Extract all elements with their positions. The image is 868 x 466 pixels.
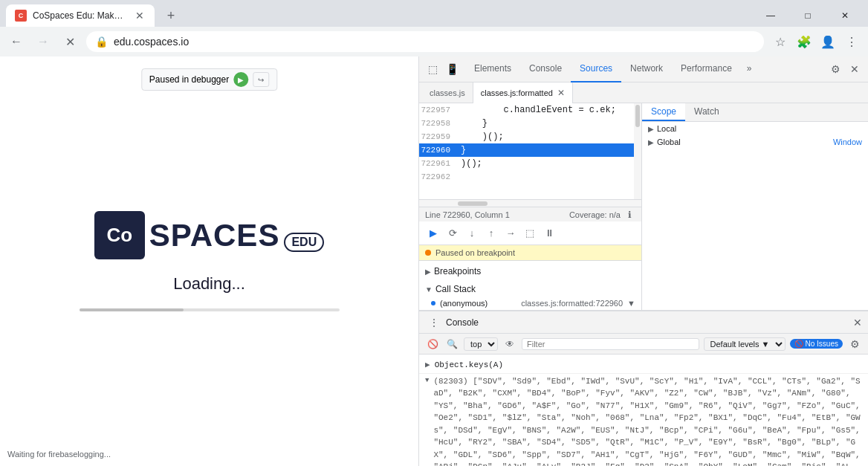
debugger-step-out-button[interactable]: ↑ xyxy=(483,225,499,242)
cospaces-logo: Co SPACES EDU xyxy=(94,211,324,259)
coverage-text: Coverage: n/a xyxy=(569,210,621,219)
horizontal-scrollbar[interactable] xyxy=(419,199,641,207)
menu-button[interactable]: ⋮ xyxy=(841,31,862,52)
tab-performance[interactable]: Performance xyxy=(672,56,741,82)
console-levels-select[interactable]: Default levels ▼ xyxy=(704,337,786,351)
source-tab-formatted-label: classes.js:formatted xyxy=(481,88,553,97)
code-line-722959: 722959 )(); xyxy=(419,130,634,143)
no-issues-text: No Issues xyxy=(806,340,838,348)
console-output[interactable]: ▶ Object.keys(A) ▼ (82303) ["SDV", "Sd9"… xyxy=(419,355,868,466)
co-icon-box: Co xyxy=(94,211,145,259)
debugger-bar: ▶ ⟳ ↓ ↑ → ⬚ ⏸ xyxy=(419,221,641,245)
paused-dot xyxy=(425,250,431,256)
profile-button[interactable]: 👤 xyxy=(817,31,838,52)
debugger-step-into-button[interactable]: ↓ xyxy=(464,225,480,242)
console-line-2: ▼ (82303) ["SDV", "Sd9", "Ebd", "IWd", "… xyxy=(419,374,868,467)
breakpoints-arrow: ▶ xyxy=(425,268,431,276)
device-toolbar-button[interactable]: 📱 xyxy=(443,60,461,78)
cursor-position: Line 722960, Column 1 xyxy=(425,210,510,219)
devtools-tabs: Elements Console Sources Network Perform… xyxy=(465,56,822,82)
scope-watch-tabs: Scope Watch xyxy=(642,103,868,122)
debugger-pause-exceptions-button[interactable]: ⏸ xyxy=(541,225,557,242)
extensions-button[interactable]: 🧩 xyxy=(794,31,814,52)
breakpoints-header[interactable]: ▶ Breakpoints xyxy=(419,264,641,279)
line-number-722960: 722960 xyxy=(419,143,456,157)
source-tab-classes-js-label: classes.js xyxy=(430,88,465,97)
code-scrollbar[interactable] xyxy=(634,103,641,199)
console-eye-button[interactable]: 👁 xyxy=(502,337,517,352)
console-filter-input[interactable] xyxy=(522,338,699,350)
scope-item-local[interactable]: ▶ Local xyxy=(642,122,868,135)
tab-watch[interactable]: Watch xyxy=(685,103,728,121)
call-stack-arrow: ▼ xyxy=(425,285,433,294)
debugger-step-over-button[interactable]: ⟳ xyxy=(444,225,461,242)
source-tab-formatted-close[interactable]: ✕ xyxy=(557,88,565,98)
devtools-close-button[interactable]: ✕ xyxy=(846,60,864,78)
console-close-button[interactable]: ✕ xyxy=(853,317,862,329)
h-scrollbar-thumb xyxy=(458,201,488,206)
back-button[interactable]: ← xyxy=(6,31,27,52)
loading-bar-container xyxy=(80,308,340,311)
no-issues-badge: 🚫 No Issues xyxy=(790,339,843,349)
page-area: Paused in debugger ▶ ↪ Co SPACES EDU Loa… xyxy=(0,56,418,466)
loading-bar xyxy=(80,308,184,311)
browser-chrome: C CoSpaces Edu: Make AR & V... ✕ + — □ ✕… xyxy=(0,0,868,56)
code-viewport: 722957 c.handleEvent = c.ek; 722958 } xyxy=(419,103,641,199)
console-header: ⋮ Console ✕ xyxy=(419,311,868,334)
resume-button[interactable]: ▶ xyxy=(233,72,248,87)
paused-notice: Paused on breakpoint xyxy=(419,245,641,261)
devtools-settings-button[interactable]: ⚙ xyxy=(826,60,844,78)
scope-item-global[interactable]: ▶ Global Window xyxy=(642,135,868,149)
inspect-element-button[interactable]: ⬚ xyxy=(424,60,441,78)
tab-sources[interactable]: Sources xyxy=(571,56,621,82)
scope-content: ▶ Local ▶ Global Window xyxy=(642,122,868,149)
logo-container: Co SPACES EDU Loading... xyxy=(80,211,340,311)
bookmark-button[interactable]: ☆ xyxy=(770,31,791,52)
coverage-info-button[interactable]: ℹ xyxy=(624,209,635,221)
source-tab-classes-js-formatted[interactable]: classes.js:formatted ✕ xyxy=(473,82,573,103)
address-input[interactable]: 🔒 edu.cospaces.io xyxy=(86,31,764,52)
tab-network[interactable]: Network xyxy=(621,56,672,82)
devtools-header: ⬚ 📱 Elements Console Sources Network Per… xyxy=(419,56,868,82)
code-content: 722957 c.handleEvent = c.ek; 722958 } xyxy=(419,103,634,184)
console-clear-button[interactable]: 🚫 xyxy=(425,337,440,352)
console-options-button[interactable]: ⋮ xyxy=(425,314,443,331)
call-stack-item-anonymous[interactable]: (anonymous) classes.js:formatted:722960 … xyxy=(419,297,641,310)
active-tab[interactable]: C CoSpaces Edu: Make AR & V... ✕ xyxy=(6,4,155,27)
minimize-button[interactable]: — xyxy=(754,4,788,27)
spaces-text: SPACES xyxy=(149,218,280,253)
console-line-2-expand[interactable]: ▼ xyxy=(425,377,429,384)
debugger-resume-button[interactable]: ▶ xyxy=(425,225,441,242)
forward-button[interactable]: → xyxy=(33,31,54,52)
tab-elements[interactable]: Elements xyxy=(465,56,520,82)
close-button[interactable]: ✕ xyxy=(828,4,862,27)
step-button[interactable]: ↪ xyxy=(253,72,269,87)
console-settings-button[interactable]: ⚙ xyxy=(847,337,862,352)
reload-button[interactable]: ✕ xyxy=(59,31,80,52)
breakpoints-label: Breakpoints xyxy=(434,266,481,276)
call-stack-header[interactable]: ▼ Call Stack xyxy=(419,282,641,297)
tab-close-button[interactable]: ✕ xyxy=(134,10,146,22)
local-arrow: ▶ xyxy=(648,125,654,133)
tab-scope[interactable]: Scope xyxy=(642,103,685,121)
source-tab-classes-js[interactable]: classes.js xyxy=(422,82,473,103)
address-bar: ← → ✕ 🔒 edu.cospaces.io ☆ 🧩 👤 ⋮ xyxy=(0,27,868,56)
main-area: Paused in debugger ▶ ↪ Co SPACES EDU Loa… xyxy=(0,56,868,466)
console-title: Console xyxy=(446,317,850,328)
maximize-button[interactable]: □ xyxy=(791,4,825,27)
line-code-722958: } xyxy=(456,117,488,130)
debugger-step-button[interactable]: → xyxy=(502,225,519,242)
debugger-deactivate-button[interactable]: ⬚ xyxy=(522,225,538,242)
tab-more[interactable]: » xyxy=(741,56,758,82)
console-line-1-text: Object.keys(A) xyxy=(435,359,503,372)
console-context-select[interactable]: top xyxy=(464,337,498,351)
console-line-1: ▶ Object.keys(A) xyxy=(419,357,868,374)
code-content-scroll[interactable]: 722957 c.handleEvent = c.ek; 722958 } xyxy=(419,103,634,199)
call-stack-dropdown-icon[interactable]: ▼ xyxy=(627,299,635,308)
new-tab-button[interactable]: + xyxy=(161,5,181,26)
console-filter-button[interactable]: 🔍 xyxy=(444,337,459,352)
tab-console[interactable]: Console xyxy=(520,56,571,82)
line-number-722959: 722959 xyxy=(419,130,456,143)
devtools-body: classes.js classes.js:formatted ✕ xyxy=(419,82,868,466)
source-tabs-bar: classes.js classes.js:formatted ✕ xyxy=(419,82,868,103)
